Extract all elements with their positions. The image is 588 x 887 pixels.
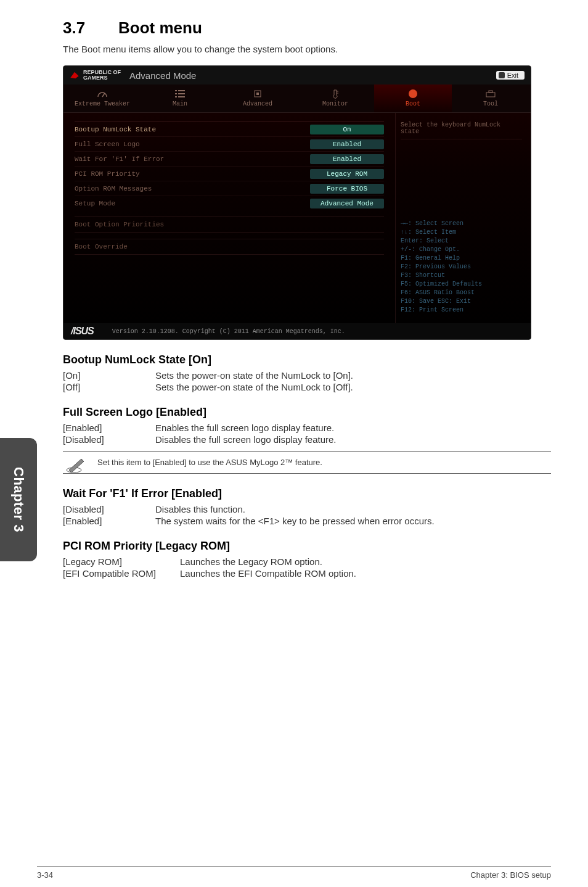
section-heading: 3.7Boot menu [63, 19, 551, 38]
bios-row-numlock[interactable]: Bootup NumLock State On [75, 122, 384, 136]
key-help-line: F3: Shortcut [401, 271, 522, 280]
key-help-line: Enter: Select [401, 237, 522, 245]
note-text: Set this item to [Enabled] to use the AS… [97, 458, 322, 467]
opt-desc: Sets the power-on state of the NumLock t… [155, 382, 353, 392]
opt-key: [Off] [63, 382, 155, 392]
chapter-side-tab: Chapter 3 [0, 438, 37, 561]
svg-rect-14 [489, 91, 492, 93]
svg-rect-2 [178, 90, 185, 91]
bios-row-wait-f1[interactable]: Wait For 'F1' If Error Enabled [75, 151, 384, 166]
bios-titlebar: REPUBLIC OF GAMERS Advanced Mode Exit [63, 66, 531, 85]
opt-desc: Launches the Legacy ROM option. [180, 556, 322, 567]
opt-key: [Legacy ROM] [63, 556, 180, 567]
row-value[interactable]: Force BIOS [310, 184, 384, 194]
opt-row: [Enabled] The system waits for the <F1> … [63, 516, 551, 526]
bios-row-option-rom[interactable]: Option ROM Messages Force BIOS [75, 181, 384, 196]
row-value[interactable]: On [310, 125, 384, 134]
bios-main-panel: Bootup NumLock State On Full Screen Logo… [63, 113, 395, 323]
note-bar: Set this item to [Enabled] to use the AS… [63, 451, 551, 474]
tab-label: Main [141, 101, 219, 107]
opt-row: [EFI Compatible ROM] Launches the EFI Co… [63, 568, 551, 579]
opt-desc: Enables the full screen logo display fea… [155, 423, 334, 433]
svg-rect-8 [256, 93, 259, 95]
gauge-icon [63, 88, 141, 99]
item-title-waitf1: Wait For 'F1' If Error [Enabled] [63, 487, 551, 500]
rog-logo-icon [70, 70, 80, 80]
exit-button[interactable]: Exit [496, 71, 525, 80]
opt-desc: Disables the full screen logo display fe… [155, 434, 337, 445]
opt-row: [Disabled] Disables this function. [63, 504, 551, 514]
key-help-line: F10: Save ESC: Exit [401, 297, 522, 306]
page-footer: 3-34 Chapter 3: BIOS setup [0, 862, 588, 887]
opt-row: [On] Sets the power-on state of the NumL… [63, 370, 551, 381]
thermometer-icon [296, 88, 374, 99]
intro-paragraph: The Boot menu items allow you to change … [63, 44, 551, 54]
bios-section-boot-override: Boot Override [75, 239, 384, 255]
opt-key: [Enabled] [63, 516, 155, 526]
svg-rect-5 [175, 96, 177, 97]
opt-key: [Enabled] [63, 423, 155, 433]
opt-key: [Disabled] [63, 504, 155, 514]
key-help-line: →←: Select Screen [401, 220, 522, 228]
section-number: 3.7 [63, 19, 118, 38]
opt-row: [Legacy ROM] Launches the Legacy ROM opt… [63, 556, 551, 567]
svg-rect-4 [178, 93, 185, 94]
key-help-line: F12: Print Screen [401, 306, 522, 315]
page-number: 3-34 [37, 870, 53, 880]
bios-screenshot: REPUBLIC OF GAMERS Advanced Mode Exit Ex… [63, 65, 531, 340]
bios-row-setup-mode[interactable]: Setup Mode Advanced Mode [75, 196, 384, 210]
svg-rect-3 [175, 93, 177, 94]
row-label: Wait For 'F1' If Error [75, 155, 310, 163]
tab-tool[interactable]: Tool [452, 85, 529, 112]
tab-label: Monitor [296, 101, 374, 107]
row-label: Bootup NumLock State [75, 126, 310, 133]
opt-desc: Sets the power-on state of the NumLock t… [155, 370, 353, 381]
tab-boot[interactable]: Boot [374, 85, 452, 112]
row-value[interactable]: Enabled [310, 154, 384, 164]
bios-mode-label: Advanced Mode [129, 70, 196, 81]
opt-row: [Disabled] Disables the full screen logo… [63, 434, 551, 445]
opt-desc: The system waits for the <F1> key to be … [155, 516, 435, 526]
exit-label: Exit [507, 72, 518, 79]
item-title-fullscreen: Full Screen Logo [Enabled] [63, 406, 551, 419]
chip-icon [219, 88, 296, 99]
section-title-text: Boot menu [118, 19, 202, 37]
tab-main[interactable]: Main [141, 85, 219, 112]
row-value[interactable]: Enabled [310, 139, 384, 149]
key-help-line: +/-: Change Opt. [401, 245, 522, 254]
bios-footer: /ISUS Version 2.10.1208. Copyright (C) 2… [63, 323, 531, 339]
key-help-line: ↑↓: Select Item [401, 228, 522, 237]
opt-row: [Enabled] Enables the full screen logo d… [63, 423, 551, 433]
help-title: Select the keyboard NumLock state [401, 122, 522, 139]
opt-desc: Disables this function. [155, 504, 245, 514]
tab-advanced[interactable]: Advanced [219, 85, 296, 112]
row-label: Option ROM Messages [75, 185, 310, 192]
bios-help-panel: Select the keyboard NumLock state →←: Se… [395, 113, 531, 323]
tab-monitor[interactable]: Monitor [296, 85, 374, 112]
exit-icon [499, 72, 505, 78]
asus-logo: /ISUS [71, 326, 94, 337]
tab-label: Tool [452, 101, 529, 107]
page-footer-title: Chapter 3: BIOS setup [470, 870, 551, 880]
bios-tabs: Extreme Tweaker Main Advanced Monitor Bo… [63, 85, 531, 113]
row-value[interactable]: Legacy ROM [310, 169, 384, 179]
item-title-numlock: Bootup NumLock State [On] [63, 353, 551, 366]
bios-row-fullscreen-logo[interactable]: Full Screen Logo Enabled [75, 136, 384, 151]
bios-version-text: Version 2.10.1208. Copyright (C) 2011 Am… [112, 328, 345, 335]
svg-rect-6 [178, 96, 185, 97]
row-value[interactable]: Advanced Mode [310, 199, 384, 208]
svg-rect-1 [175, 90, 177, 91]
tab-label: Extreme Tweaker [63, 101, 141, 107]
bios-section-boot-priorities: Boot Option Priorities [75, 217, 384, 233]
svg-line-0 [102, 93, 105, 97]
brand-line2: GAMERS [83, 75, 108, 81]
opt-row: [Off] Sets the power-on state of the Num… [63, 382, 551, 392]
side-tab-label: Chapter 3 [10, 467, 27, 532]
bios-row-pci-rom[interactable]: PCI ROM Priority Legacy ROM [75, 166, 384, 181]
row-label: Full Screen Logo [75, 141, 310, 148]
brand-text: REPUBLIC OF GAMERS [83, 70, 121, 81]
opt-key: [On] [63, 370, 155, 381]
tab-extreme-tweaker[interactable]: Extreme Tweaker [63, 85, 141, 112]
key-help-line: F6: ASUS Ratio Boost [401, 289, 522, 297]
opt-key: [Disabled] [63, 434, 155, 445]
